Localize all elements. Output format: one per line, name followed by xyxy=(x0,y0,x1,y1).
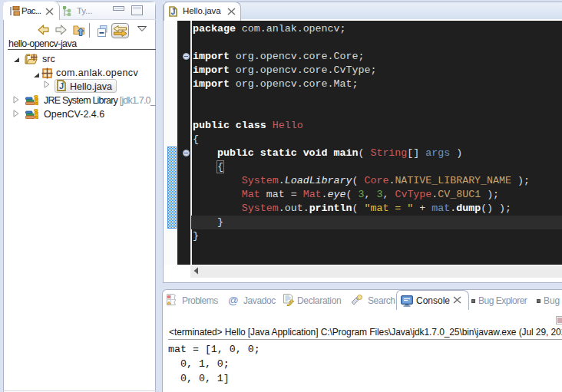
svg-text:J: J xyxy=(59,81,64,91)
svg-text:J: J xyxy=(171,7,176,16)
